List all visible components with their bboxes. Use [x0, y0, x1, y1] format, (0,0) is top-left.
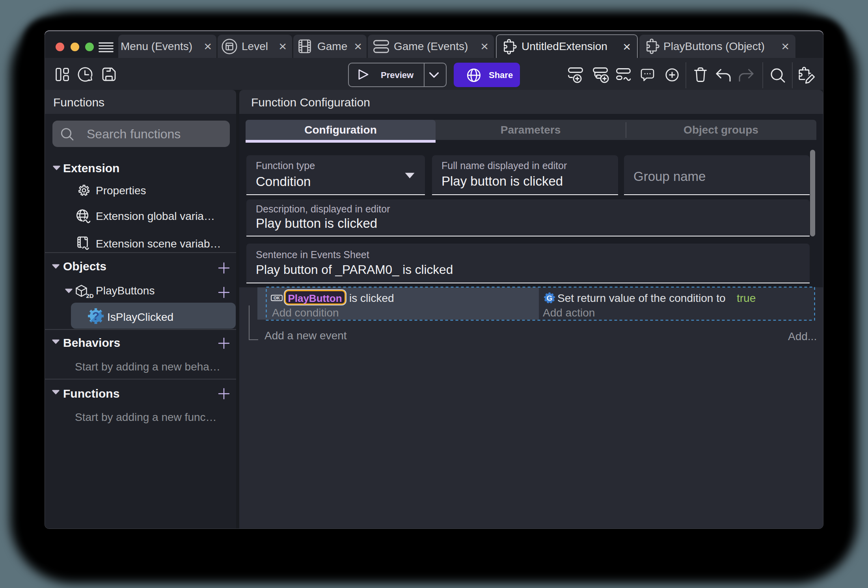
- svg-text:?: ?: [92, 309, 99, 322]
- svg-text:G: G: [547, 294, 553, 302]
- svg-text:2D: 2D: [86, 292, 94, 299]
